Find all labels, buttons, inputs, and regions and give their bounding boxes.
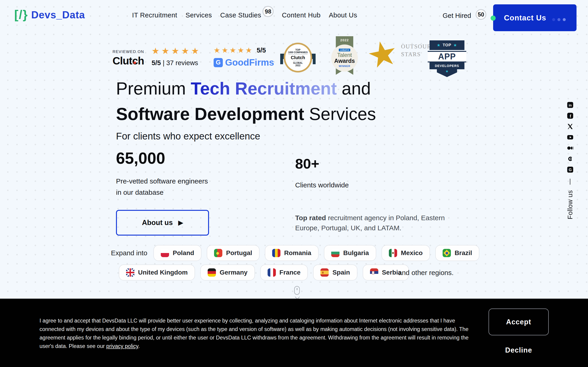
stat-engineers-label: Pre-vetted software engineers in our dat… [116, 175, 212, 198]
privacy-policy-link[interactable]: privacy policy [106, 343, 138, 349]
country-pill-united-kingdom[interactable]: United Kingdom [119, 265, 195, 281]
badge-clutch-top-1000: TOP 1000 COMPANIES Clutch GLOBAL 2022 [283, 40, 313, 76]
svg-text:G: G [569, 168, 571, 172]
country-pill-bulgaria[interactable]: Bulgaria [324, 245, 376, 261]
clutch-icon[interactable] [567, 156, 573, 162]
clutch-stars-icon: ★★★★★ [152, 46, 201, 56]
nav-item-get-hired[interactable]: Get Hired [443, 12, 471, 19]
country-pill-germany[interactable]: Germany [200, 265, 255, 281]
nav-item-content-hub[interactable]: Content Hub [282, 11, 320, 19]
goodfirms-stars-icon: ★★★★★ [214, 46, 253, 55]
poland-flag-icon [161, 249, 169, 257]
badge-outsourcing-stars: ★ OUTSOURCING STARS [367, 39, 436, 75]
divider [570, 179, 571, 185]
cyan-star-icon: ★ [437, 43, 440, 47]
youtube-icon[interactable] [567, 134, 573, 140]
reviewed-on-label: REVIEWED ON [112, 50, 144, 54]
badge-top-app-developers: ★ TOP ★ APP DEVELOPERS ★ [428, 40, 466, 76]
badge-linkedin-talent-awards: 2022 Linked in Talent Awards WINNER [331, 36, 358, 75]
svg-text:f: f [570, 114, 571, 118]
other-regions-label: and other regions. [398, 269, 454, 277]
spain-flag-icon [320, 268, 329, 277]
case-studies-count-badge: 98 [262, 6, 274, 17]
cookie-consent-text: I agree to and accept that DevsData LLC … [40, 317, 476, 350]
country-pill-poland[interactable]: Poland [153, 245, 201, 261]
romania-flag-icon [272, 249, 280, 257]
decline-button[interactable]: Decline [489, 346, 548, 355]
logo[interactable]: [/} Devs_Data [14, 9, 85, 21]
nav-item-about-us[interactable]: About Us [329, 11, 357, 19]
accept-button[interactable]: Accept [489, 309, 549, 335]
cookie-consent-banner: I agree to and accept that DevsData LLC … [0, 299, 588, 367]
nav-item-it-recruitment[interactable]: IT Recruitment [132, 11, 177, 19]
main-nav: IT Recruitment Services Case Studies 98 … [132, 11, 357, 19]
clutch-rating-text: 5/5 | 37 reviews [152, 59, 201, 67]
page-subtitle: For clients who expect excellence [116, 131, 260, 142]
social-rail: in f G Follow us [565, 102, 575, 219]
country-pill-portugal[interactable]: Portugal [207, 245, 259, 261]
x-twitter-icon[interactable] [567, 123, 573, 130]
stat-engineers-value: 65,000 [116, 149, 165, 167]
goodfirms-block: ★★★★★ 5/5 G GoodFirms [214, 46, 274, 68]
about-us-button[interactable]: About us ▶ [116, 210, 209, 236]
country-pill-france[interactable]: France [260, 265, 308, 281]
live-status-dot [491, 16, 496, 21]
nav-item-services[interactable]: Services [186, 11, 212, 19]
goodfirms-logo: G GoodFirms [214, 57, 274, 68]
facebook-icon[interactable]: f [567, 113, 573, 119]
goodfirms-rating: 5/5 [257, 47, 266, 54]
top-rated-text: Top rated recruitment agency in Poland, … [295, 213, 447, 233]
gold-star-icon: ★ [363, 33, 401, 75]
flags-row-1: Poland Portugal Romania Bulgaria Mexico … [153, 245, 479, 261]
scroll-down-indicator[interactable] [294, 286, 300, 299]
clutch-mini-logo: Clutch [291, 55, 305, 60]
country-pill-mexico[interactable]: Mexico [381, 245, 430, 261]
svg-text:in: in [569, 103, 572, 107]
bulgaria-flag-icon [331, 249, 339, 257]
contact-us-button[interactable]: Contact Us [493, 4, 577, 31]
mexico-flag-icon [389, 249, 397, 257]
clutch-red-dot-icon [133, 61, 136, 64]
linkedin-icon[interactable]: in [567, 102, 573, 108]
goodfirms-icon[interactable]: G [567, 167, 573, 173]
logo-text: Devs_Data [31, 9, 85, 21]
clutch-reviewed-block: REVIEWED ON Clutch [112, 50, 144, 67]
france-flag-icon [268, 268, 276, 277]
mouse-scroll-icon [294, 286, 300, 295]
united-kingdom-flag-icon [126, 268, 134, 277]
serbia-flag-icon [370, 268, 378, 277]
brazil-flag-icon [443, 249, 451, 257]
clutch-rating-block: ★★★★★ 5/5 | 37 reviews [152, 46, 201, 67]
contact-ellipsis-dots-icon [552, 18, 566, 21]
logo-code-icon: [/} [14, 8, 28, 21]
page-title: Premium Tech Recruitment and Software De… [116, 76, 376, 127]
flags-row-2: United Kingdom Germany France Spain Serb… [119, 265, 409, 281]
follow-us-label: Follow us [566, 190, 574, 219]
country-pill-romania[interactable]: Romania [265, 245, 319, 261]
stat-clients-value: 80+ [295, 156, 319, 172]
get-hired-count-badge: 50 [476, 9, 486, 20]
goodfirms-mark-icon: G [214, 58, 223, 67]
expand-into-label: Expand into [111, 249, 147, 257]
cyan-star-icon: ★ [445, 69, 448, 77]
cyan-star-icon: ★ [454, 43, 457, 47]
germany-flag-icon [208, 268, 216, 277]
nav-item-case-studies[interactable]: Case Studies 98 [220, 11, 274, 19]
portugal-flag-icon [214, 249, 222, 257]
medium-icon[interactable] [567, 145, 573, 151]
stat-clients-label: Clients worldwide [295, 181, 349, 189]
play-icon: ▶ [178, 219, 183, 226]
linkedin-chip-icon: Linked in [339, 49, 350, 51]
country-pill-brazil[interactable]: Brazil [435, 245, 479, 261]
country-pill-spain[interactable]: Spain [313, 265, 357, 281]
clutch-logo: Clutch [112, 55, 144, 67]
